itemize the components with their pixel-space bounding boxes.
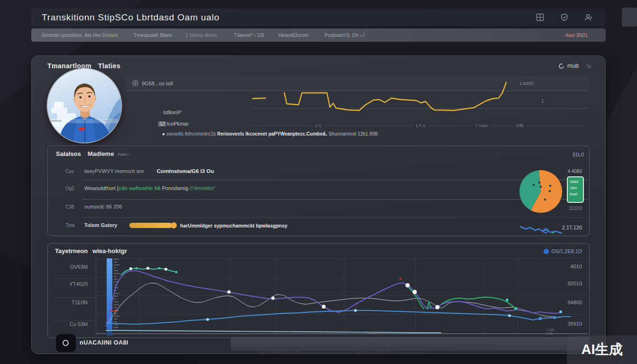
timeseries-link[interactable]: OS/1,2E8.1D <box>493 248 582 254</box>
y-axis-label-2: YT4520 <box>50 281 88 287</box>
footer-label: nUACAllNI OA8l <box>80 339 128 346</box>
table-row-2: Weaoutdthort [c4n oufteo/He h6 Ponndamig… <box>84 185 215 191</box>
overview-side-label: 1:92(0) <box>519 81 534 86</box>
nav-item-3[interactable]: 1 bonny dbnm <box>185 32 217 38</box>
row-label-2: Og2 <box>65 186 86 191</box>
grid-icon[interactable] <box>536 13 544 21</box>
trend-sparkline <box>518 223 565 236</box>
avatar-photo <box>47 69 121 143</box>
watermark: AI生成 <box>567 336 637 364</box>
nav-alert-badge[interactable]: · 4aw:3N01 <box>562 32 588 38</box>
stats-title: SalalsosMadlemeFem-- <box>56 150 130 157</box>
table-row-4: Tolem Gstery <box>84 222 118 228</box>
timeseries-chart <box>96 256 589 336</box>
panel-grid-icon <box>133 81 138 86</box>
app-title: Transkitionn StipSCo Lbrtdasd Oam ualo <box>42 12 219 23</box>
nav-bar: Gmtrtwl opmoliom, Ats Hre Donion Tmespoa… <box>31 28 606 42</box>
table-row-3: oumordć 86 206 <box>84 204 122 209</box>
y-axis-label-4: Cs 03M <box>50 321 88 327</box>
footer-fine-print: (4mv; [Fakd9AlB99gjzLrb)ktra ———————————… <box>258 350 590 354</box>
header-icons <box>536 13 592 21</box>
nav-item-4[interactable]: Tāeonn° ‹ US <box>234 32 264 38</box>
overview-side-value: 1 <box>541 99 544 104</box>
nav-item-1[interactable]: Gmtrtwl opmoliom, Ats Hre Donion <box>42 32 118 38</box>
right-value-2: 92010 <box>539 281 582 286</box>
right-value-3: 94800 <box>539 300 582 305</box>
row-label-3: C38 <box>65 204 86 209</box>
row-separator <box>82 199 588 200</box>
label-separator <box>52 321 95 321</box>
avatar[interactable] <box>47 69 121 143</box>
stats-value-1: 4 4080 <box>538 169 582 174</box>
app-header: Transkitionn StipSCo Lbrtdasd Oam ualo <box>31 9 606 26</box>
table-row-1: lweyPVWVY memoch are Comtnstoma/G6 I3 Ou <box>84 168 214 174</box>
stats-value-2: 31310 <box>538 206 582 211</box>
overview-line-chart <box>237 76 521 126</box>
background-patch-top-right <box>622 8 637 27</box>
shield-icon[interactable] <box>560 13 568 21</box>
row-label-4: Tlne <box>65 223 86 228</box>
stats-top-value: 31L0 <box>540 152 584 157</box>
row-separator <box>82 180 588 180</box>
app-root: Transkitionn StipSCo Lbrtdasd Oam ualo G… <box>0 0 637 364</box>
table-row-4-text: harUmmldger sypmuchammckt bpwlasgpnsy <box>180 223 287 228</box>
x-axis-note: 45hkm <box>367 331 379 335</box>
nav-item-6[interactable]: Posloaim'S, Dn ‹ / <box>325 32 364 38</box>
row-separator <box>82 217 588 218</box>
progress-pill <box>129 223 172 228</box>
nav-item-2[interactable]: Tmespoatit 89am <box>134 32 172 38</box>
overview-metric-1: ◦Isfilon9° <box>160 109 182 115</box>
overview-label: 9G58 , oo la8 <box>133 81 173 86</box>
link-dot-icon <box>544 249 549 254</box>
label-separator <box>52 298 95 298</box>
progress-pill-dot <box>171 222 177 228</box>
pie-legend: 18660 J3N0 Ibaa0 <box>567 176 584 203</box>
small-value: 1.1881.88 <box>546 328 555 336</box>
overview-metric-2: S2lcoPkmar <box>158 121 189 127</box>
y-axis-label-3: T1E0N <box>50 300 88 305</box>
refresh-control[interactable]: mub <box>558 63 579 69</box>
overview-note: ●seowdls lkthcnmmtn(1b Rerioovexls ïkcoc… <box>162 131 522 136</box>
footer-bar[interactable] <box>231 337 590 351</box>
nav-item-5[interactable]: Htoen63orom <box>278 32 309 38</box>
record-icon <box>63 340 69 346</box>
right-value-4: 39910 <box>539 321 582 327</box>
background-band-right <box>608 66 637 337</box>
label-separator <box>52 278 95 279</box>
refresh-icon <box>558 63 564 69</box>
timeseries-title: Tayetrneonwlea-hoktgr <box>55 247 127 255</box>
row-label-1: Cos <box>65 169 86 174</box>
panel-extra-control[interactable]: ʔꝯ <box>586 64 591 69</box>
right-value-1: 4010 <box>539 264 582 269</box>
user-icon[interactable] <box>584 13 592 21</box>
y-axis-label-1: OV63M <box>50 264 88 270</box>
